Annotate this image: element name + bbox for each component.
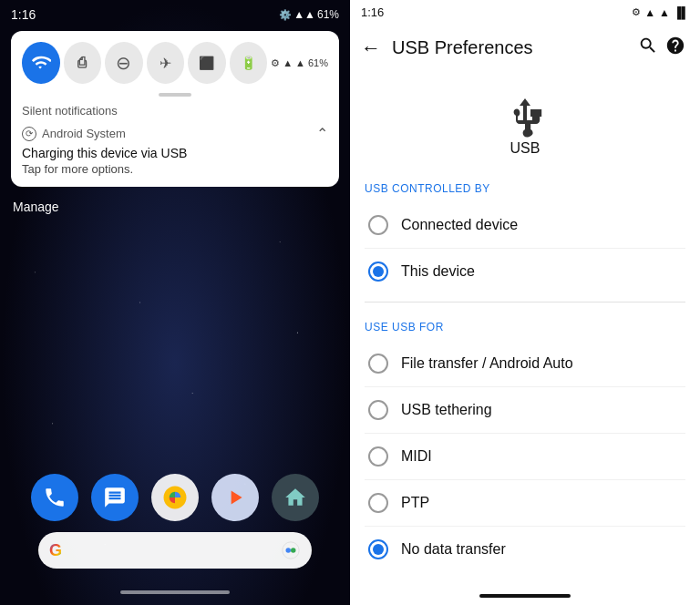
option-this-device[interactable]: This device (365, 249, 685, 294)
option-ptp-label: PTP (401, 495, 429, 511)
wifi-toggle[interactable] (22, 42, 60, 84)
notification-card: ⎙ ⊖ ✈ ⬛ 🔋 ⚙ ▲ ▲ 61% Silent notifications… (11, 31, 339, 187)
left-panel: 1:16 ⚙️ ▲ ▲ 61% ⎙ ⊖ ✈ ⬛ 🔋 ⚙ ▲ ▲ 61% Sile… (0, 0, 350, 605)
section-use-usb-header: USE USB FOR (365, 310, 685, 341)
play-app-icon[interactable] (211, 474, 259, 521)
battery-icon-right: ▐▌ (674, 6, 689, 19)
google-logo: G (49, 541, 62, 560)
silent-notif-label: Silent notifications (22, 104, 328, 118)
photos-app-icon[interactable] (151, 474, 199, 521)
manage-button[interactable]: Manage (0, 190, 350, 223)
radio-this-device[interactable] (368, 261, 388, 282)
option-no-data-label: No data transfer (401, 541, 506, 558)
phone-app-icon[interactable] (31, 474, 78, 521)
android-system-icon: ⟳ (22, 127, 36, 141)
svg-marker-0 (232, 490, 242, 504)
card-status-icons: ⚙ ▲ ▲ 61% (271, 57, 328, 69)
option-no-data-transfer[interactable]: No data transfer (365, 527, 685, 572)
wifi-icon-right: ▲ (644, 6, 655, 19)
time-right: 1:16 (361, 5, 384, 19)
chevron-up-icon[interactable]: ⌃ (316, 125, 328, 142)
page-title: USB Preferences (388, 37, 634, 58)
radio-ptp[interactable] (368, 493, 388, 513)
app-dock: G (0, 474, 350, 569)
notif-body: Tap for more options. (22, 162, 328, 176)
option-file-transfer-label: File transfer / Android Auto (401, 355, 573, 372)
quick-toggles: ⎙ ⊖ ✈ ⬛ 🔋 ⚙ ▲ ▲ 61% (22, 42, 328, 84)
settings-content: USB CONTROLLED BY Connected device This … (350, 171, 700, 587)
messages-app-icon[interactable] (91, 474, 139, 521)
option-file-transfer[interactable]: File transfer / Android Auto (365, 341, 685, 387)
usb-icon-area: USB (350, 75, 700, 171)
radio-no-data-fill (373, 544, 384, 555)
back-button[interactable]: ← (361, 33, 388, 64)
wifi-icon-status: ▲ (293, 8, 304, 21)
app-bar: ← USB Preferences (350, 25, 700, 75)
card-signal-icon: ▲ (295, 57, 305, 68)
option-usb-tethering-label: USB tethering (401, 402, 492, 418)
home-indicator-left (120, 590, 230, 594)
radio-usb-tethering[interactable] (368, 400, 388, 420)
radio-midi[interactable] (368, 446, 388, 467)
home-indicator-right (479, 594, 571, 598)
usb-label: USB (510, 140, 540, 157)
flashlight-toggle[interactable]: ⬛ (188, 42, 226, 84)
notif-header: ⟳ Android System ⌃ (22, 125, 328, 142)
controlled-by-options: Connected device This device (365, 202, 685, 294)
search-bar[interactable]: G (38, 532, 312, 569)
option-this-device-label: This device (401, 263, 475, 280)
svg-point-3 (291, 548, 296, 553)
right-panel: 1:16 ⚙ ▲ ▲ ▐▌ ← USB Preferences USB USB … (350, 0, 700, 605)
signal-icon-right: ▲ (659, 6, 670, 19)
svg-point-2 (286, 548, 292, 553)
option-connected-device-label: Connected device (401, 217, 518, 233)
battery-left: 61% (317, 8, 339, 21)
battery-saver-toggle[interactable]: 🔋 (230, 42, 268, 84)
status-icons-right: ⚙ ▲ ▲ ▐▌ (632, 6, 689, 19)
home-app-icon[interactable] (272, 474, 319, 521)
dnd-toggle[interactable]: ⊖ (105, 42, 143, 84)
radio-no-data-transfer[interactable] (368, 539, 388, 559)
bluetooth-toggle[interactable]: ⎙ (64, 42, 102, 84)
radio-this-device-fill (373, 266, 384, 277)
option-midi-label: MIDI (401, 448, 432, 465)
card-network-icon: ⚙ (271, 57, 280, 69)
use-usb-options: File transfer / Android Auto USB tetheri… (365, 341, 685, 572)
notif-title: Charging this device via USB (22, 146, 328, 160)
notification-item[interactable]: ⟳ Android System ⌃ Charging this device … (22, 125, 328, 176)
section-divider (365, 302, 685, 302)
option-usb-tethering[interactable]: USB tethering (365, 387, 685, 434)
radio-connected-device[interactable] (368, 215, 388, 235)
status-bar-left: 1:16 ⚙️ ▲ ▲ 61% (0, 0, 350, 27)
google-assistant-icon (281, 540, 301, 560)
drag-handle (159, 93, 191, 97)
time-left: 1:16 (11, 7, 36, 22)
option-midi[interactable]: MIDI (365, 434, 685, 480)
card-battery: 61% (308, 57, 328, 68)
section-controlled-by-header: USB CONTROLLED BY (365, 171, 685, 202)
usb-icon (503, 97, 547, 140)
airplane-toggle[interactable]: ✈ (147, 42, 185, 84)
option-ptp[interactable]: PTP (365, 480, 685, 527)
search-button[interactable] (634, 32, 662, 64)
status-bar-right: 1:16 ⚙ ▲ ▲ ▐▌ (350, 0, 700, 25)
signal-icon: ▲ (304, 8, 315, 21)
card-wifi-icon: ▲ (283, 57, 293, 68)
radio-file-transfer[interactable] (368, 354, 388, 374)
notif-app-name: ⟳ Android System (22, 127, 126, 141)
dock-icons (31, 474, 319, 521)
help-button[interactable] (662, 32, 689, 64)
network-icon-right: ⚙ (632, 6, 641, 18)
option-connected-device[interactable]: Connected device (365, 202, 685, 249)
network-icon: ⚙️ (279, 9, 292, 21)
